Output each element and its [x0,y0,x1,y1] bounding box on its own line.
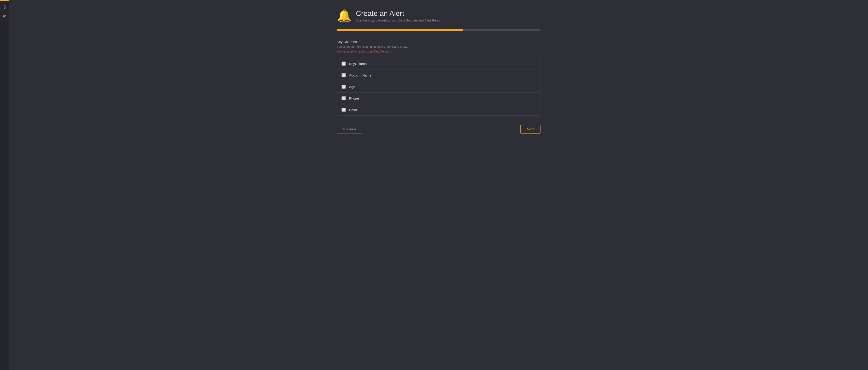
wizard-footer: Previous Next [337,125,540,133]
checkbox-phone[interactable] [342,96,346,100]
wizard-subtitle: Use this wizard to set up your Data Sour… [356,19,441,22]
list-item[interactable]: Age [337,81,540,93]
wizard-header: 🔔 Create an Alert Use this wizard to set… [337,9,540,22]
checkbox-accountname[interactable] [342,73,346,77]
progress-bar-container [337,29,540,31]
sidebar: ❯ ⊕ [0,0,9,370]
checkbox-age[interactable] [342,85,346,89]
bell-icon: 🔔 [337,10,351,22]
wizard-title: Create an Alert [356,9,441,18]
previous-button[interactable]: Previous [337,125,363,133]
chevron-right-icon[interactable]: ❯ [3,5,6,9]
checkbox-label-accountname: Account Name [349,73,371,77]
section-description: Select one or more columns uniquely iden… [337,45,540,49]
wizard-container: 🔔 Create an Alert Use this wizard to set… [337,9,540,361]
main-content: 🔔 Create an Alert Use this wizard to set… [9,0,868,370]
checkbox-label-keycolumn: KeyColumn [349,62,367,66]
section-label: Key Columns * [337,40,540,44]
list-item[interactable]: Account Name [337,69,540,81]
list-item[interactable]: KeyColumn [337,58,540,69]
validation-error: You must select at least one Key Column. [337,50,540,53]
checkbox-keycolumn[interactable] [342,62,346,66]
next-button[interactable]: Next [520,125,540,133]
add-icon[interactable]: ⊕ [3,13,6,19]
form-section: Key Columns * Select one or more columns… [337,40,540,116]
list-item[interactable]: Email [337,104,540,115]
checkbox-list: KeyColumn Account Name Age Phone Email [337,58,540,116]
checkbox-label-phone: Phone [349,96,359,100]
progress-bar-fill [337,29,463,31]
checkbox-label-age: Age [349,85,355,89]
wizard-title-block: Create an Alert Use this wizard to set u… [356,9,441,22]
required-star: * [358,40,360,44]
checkbox-label-email: Email [349,108,358,112]
list-item[interactable]: Phone [337,93,540,104]
checkbox-email[interactable] [342,108,346,112]
